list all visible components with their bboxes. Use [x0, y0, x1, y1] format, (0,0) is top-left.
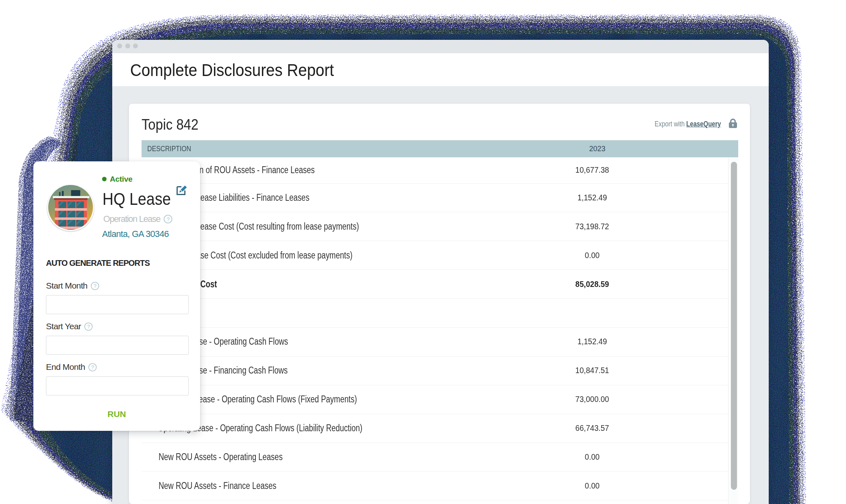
table-row: Interest on Lease Liabilities - Finance …: [142, 184, 728, 213]
table-body: Amortization of ROU Assets - Finance Lea…: [142, 157, 728, 500]
building-avatar: [46, 184, 95, 232]
field-label-text: Start Month: [46, 281, 87, 290]
table-row: New ROU Assets - Operating Leases0.00: [142, 443, 728, 472]
row-value: 1,152.49: [466, 184, 719, 212]
table-row: Short Term Lease Cost (Cost excluded fro…: [142, 241, 728, 270]
question-icon[interactable]: ?: [88, 363, 97, 371]
row-value: 73,198.72: [466, 212, 719, 241]
field-label-text: End Month: [46, 362, 85, 371]
row-description: New ROU Assets - Finance Leases: [159, 471, 276, 500]
browser-window: Complete Disclosures Report Topic 842 Ex…: [112, 40, 769, 504]
export-link[interactable]: Export with LeaseQuery: [655, 120, 721, 128]
report-title: Topic 842: [142, 116, 198, 133]
row-value: 0.00: [466, 471, 719, 500]
table-row: Operating Lease Cost (Cost resulting fro…: [142, 212, 728, 241]
row-value: 10,677.38: [466, 157, 719, 183]
field-label-start-year: Start Year ?: [46, 322, 93, 331]
export-link-brand[interactable]: LeaseQuery: [687, 120, 721, 128]
window-control-icon[interactable]: [133, 43, 138, 48]
field-label-text: Start Year: [46, 322, 81, 331]
table-header-2023: 2023: [456, 140, 738, 157]
window-control-icon[interactable]: [125, 43, 130, 48]
svg-text:?: ?: [167, 216, 170, 222]
svg-text:?: ?: [87, 324, 90, 330]
app-header: Complete Disclosures Report: [112, 53, 769, 86]
row-value: 85,028.59: [466, 270, 719, 298]
run-button[interactable]: RUN: [33, 409, 200, 419]
row-value: 66,743.57: [466, 414, 719, 443]
page-title: Complete Disclosures Report: [130, 60, 334, 80]
table-row: Finance Lease - Operating Cash Flows1,15…: [142, 328, 728, 356]
table-row: [142, 299, 728, 328]
table-row: Finance Lease - Financing Cash Flows10,8…: [142, 356, 728, 385]
table-scrollbar[interactable]: [728, 157, 738, 504]
row-value: 0.00: [466, 241, 719, 269]
row-value: [466, 299, 719, 327]
table-row: Operating Lease - Operating Cash Flows (…: [142, 414, 728, 443]
row-value: 0.00: [466, 443, 719, 471]
table-row: Amortization of ROU Assets - Finance Lea…: [142, 157, 728, 184]
status-badge: Active: [110, 175, 133, 184]
svg-text:?: ?: [92, 365, 94, 370]
table-header-description: DESCRIPTION: [147, 140, 191, 157]
lease-name: HQ Lease: [102, 189, 171, 209]
lease-location-link[interactable]: Atlanta, GA 30346: [102, 229, 169, 239]
window-control-icon[interactable]: [117, 43, 122, 48]
row-value: 10,847.51: [466, 356, 719, 385]
lease-type-text: Operation Lease: [103, 214, 160, 224]
scrollbar-thumb[interactable]: [731, 162, 737, 490]
table-row: New ROU Assets - Finance Leases0.00: [142, 471, 728, 500]
export-link-prefix: Export with: [655, 120, 685, 128]
start-month-input[interactable]: [46, 295, 189, 314]
status-dot-icon: [102, 177, 107, 181]
report-card: Topic 842 Export with LeaseQuery DESCRIP…: [129, 104, 750, 504]
lock-icon: [728, 118, 738, 128]
field-label-end-month: End Month ?: [46, 362, 97, 372]
table-row: Operating Lease - Operating Cash Flows (…: [142, 385, 728, 414]
row-value: 1,152.49: [466, 328, 719, 356]
table-header: DESCRIPTION 2023: [142, 140, 738, 157]
stage: Complete Disclosures Report Topic 842 Ex…: [0, 0, 846, 504]
end-month-input[interactable]: [46, 376, 189, 395]
lease-card: Active: [33, 161, 200, 431]
start-year-input[interactable]: [46, 336, 189, 355]
form-title: AUTO GENERATE REPORTS: [46, 259, 150, 268]
lease-type: Operation Lease ?: [103, 214, 172, 224]
question-icon[interactable]: ?: [84, 322, 93, 331]
row-value: 73,000.00: [466, 385, 719, 414]
table-row: Total Lease Cost85,028.59: [142, 270, 728, 299]
field-label-start-month: Start Month ?: [46, 281, 99, 291]
question-icon[interactable]: ?: [91, 282, 99, 290]
svg-text:?: ?: [94, 283, 96, 289]
window-titlebar: [112, 40, 769, 53]
question-icon[interactable]: ?: [164, 215, 172, 224]
row-description: New ROU Assets - Operating Leases: [159, 443, 283, 471]
edit-icon[interactable]: [176, 184, 188, 196]
